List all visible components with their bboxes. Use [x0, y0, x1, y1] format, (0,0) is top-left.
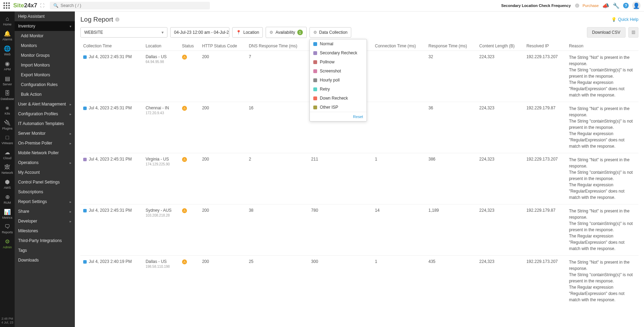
sidebar-third-party-integrations[interactable]: Third-Party Integrations [15, 236, 75, 246]
iconbar-rum[interactable]: ⊕RUM [0, 192, 15, 207]
dropdown-option-hourly-poll[interactable]: Hourly poll [310, 76, 367, 85]
svg-rect-3 [3, 5, 5, 6]
iconbar-server[interactable]: ▤Server [0, 73, 15, 88]
daterange-select[interactable]: 04-Jul-23 12:00 am - 04-Jul-23 02:48 pm [170, 27, 229, 38]
sidebar-configuration-rules[interactable]: Configuration Rules [15, 80, 75, 89]
dropdown-option-pollnow[interactable]: Pollnow [310, 57, 367, 67]
dropdown-option-other-isp[interactable]: Other ISP [310, 103, 367, 112]
col-content-length-b-[interactable]: Content Length (B) [477, 41, 524, 51]
vmware-icon: □ [6, 134, 9, 141]
caret-down-icon: ▾ [162, 30, 164, 35]
sidebar-control-panel-settings[interactable]: Control Panel Settings [15, 177, 75, 187]
title-info-icon[interactable]: i [115, 17, 119, 22]
search-input-wrap[interactable]: 🔍 [50, 2, 210, 9]
announcement-icon[interactable]: 📣 [602, 2, 609, 9]
location-filter[interactable]: 📍 Location [232, 27, 263, 38]
cell-status: ⚠ [179, 153, 199, 204]
cell-rip: 192.229.173.207 [524, 153, 566, 204]
cell-ssl: 780 [308, 204, 372, 256]
dropdown-reset-link[interactable]: Reset [353, 115, 363, 119]
sidebar-server-monitor[interactable]: Server Monitor▸ [15, 129, 75, 138]
iconbar-vmware[interactable]: □VMware [0, 132, 15, 147]
columns-icon[interactable]: ▥ [628, 27, 638, 38]
iconbar-k8s[interactable]: ⎈K8s [0, 103, 15, 117]
sidebar-on-premise-poller[interactable]: On-Premise Poller▸ [15, 138, 75, 148]
apps-grid-icon[interactable] [3, 2, 10, 9]
dropdown-option-screenshot[interactable]: Screenshot [310, 67, 367, 76]
col-connection-time-ms-[interactable]: Connection Time (ms) [372, 41, 426, 51]
sidebar-bulk-action[interactable]: Bulk Action [15, 89, 75, 99]
sidebar-my-account[interactable]: My Account [15, 168, 75, 177]
cell-location: Sydney - AUS103.208.218.28 [143, 204, 179, 256]
sidebar-user-alert-management[interactable]: User & Alert Management▸ [15, 99, 75, 109]
sidebar-configuration-profiles[interactable]: Configuration Profiles▸ [15, 109, 75, 119]
sidebar-monitors[interactable]: Monitors [15, 41, 75, 50]
col-reason[interactable]: Reason [566, 41, 638, 51]
iconbar-cloud[interactable]: ☁Cloud [0, 147, 15, 162]
wrench-icon[interactable]: 🔧 [613, 2, 620, 9]
info-icon[interactable]: i [575, 3, 579, 8]
sidebar-help-assistant[interactable]: Help Assistant [15, 11, 75, 21]
iconbar-time: 2:48 PM4 Jul, 23 [1, 317, 13, 325]
col-location[interactable]: Location [143, 41, 179, 51]
iconbar-admin[interactable]: ⚙Admin [0, 236, 15, 251]
sidebar-milestones[interactable]: Milestones [15, 226, 75, 236]
sidebar-it-automation-templates[interactable]: IT Automation Templates [15, 119, 75, 129]
color-swatch [313, 42, 317, 46]
search-input[interactable] [61, 3, 206, 8]
web-icon: 🌐 [4, 45, 11, 52]
sidebar-downloads[interactable]: Downloads [15, 255, 75, 265]
dropdown-option-secondary-recheck[interactable]: Secondary Recheck [310, 48, 367, 57]
sidebar-operations[interactable]: Operations▸ [15, 158, 75, 168]
col-collection-time[interactable]: Collection Time [80, 41, 143, 51]
dropdown-option-down-recheck[interactable]: Down Recheck [310, 94, 367, 103]
sidebar-inventory[interactable]: Inventory▾ [15, 21, 75, 31]
database-icon: 🗄 [5, 90, 10, 96]
sidebar-report-settings[interactable]: Report Settings▸ [15, 197, 75, 207]
sidebar-subscriptions[interactable]: Subscriptions [15, 187, 75, 197]
iconbar-network[interactable]: 🕸Network [0, 162, 15, 177]
iconbar-reports[interactable]: 🗨Reports [0, 221, 15, 236]
col-status[interactable]: Status [179, 41, 199, 51]
iconbar-alarms[interactable]: 🔔Alarms [0, 28, 15, 43]
cell-location: Chennai - IN172.20.9.43 [143, 102, 179, 153]
download-csv-button[interactable]: Download CSV [587, 27, 626, 38]
iconbar-database[interactable]: 🗄Database [0, 88, 15, 103]
sidebar-tags[interactable]: Tags [15, 246, 75, 255]
availability-filter[interactable]: ⚙ Availability 1 [266, 27, 306, 38]
iconbar-apm[interactable]: ◉APM [0, 58, 15, 73]
cell-rip: 192.229.179.87 [524, 204, 566, 256]
monitor-type-select[interactable]: WEBSITE▾ [80, 27, 167, 38]
cell-reason: The String "Not" is present in the respo… [566, 153, 638, 204]
network-icon: 🕸 [5, 164, 10, 170]
sidebar-mobile-network-poller[interactable]: Mobile Network Poller [15, 148, 75, 158]
datacollection-filter[interactable]: ⚙ Data Collection [309, 27, 351, 38]
dropdown-option-retry[interactable]: Retry [310, 85, 367, 94]
col-dns-response-time-ms-[interactable]: DNS Response Time (ms) [246, 41, 308, 51]
col-response-time-ms-[interactable]: Response Time (ms) [426, 41, 477, 51]
sidebar-developer[interactable]: Developer▸ [15, 216, 75, 226]
sidebar-export-monitors[interactable]: Export Monitors [15, 70, 75, 80]
color-swatch [313, 96, 317, 100]
iconbar-aws[interactable]: ⬢AWS [0, 177, 15, 192]
cell-reason: The String "Not" is present in the respo… [566, 102, 638, 153]
col-http-status-code[interactable]: HTTP Status Code [199, 41, 246, 51]
avatar[interactable]: 👤 [632, 1, 641, 10]
quick-help-link[interactable]: 💡 Quick Help [611, 17, 638, 22]
sidebar-add-monitor[interactable]: Add Monitor [15, 31, 75, 41]
dropdown-option-normal[interactable]: Normal [310, 39, 367, 48]
sidebar-monitor-groups[interactable]: Monitor Groups [15, 50, 75, 60]
purchase-link[interactable]: Purchase [583, 3, 599, 8]
col-resolved-ip[interactable]: Resolved IP [524, 41, 566, 51]
iconbar-home[interactable]: ⌂Home [0, 14, 15, 28]
iconbar-metrics[interactable]: 📊Metrics [0, 207, 15, 221]
sidebar-share[interactable]: Share▸ [15, 207, 75, 216]
help-icon[interactable]: ? [623, 3, 629, 8]
cell-ssl: 211 [308, 153, 372, 204]
warning-icon: ⚠ [182, 55, 187, 60]
expand-icon[interactable]: ⛶ [40, 3, 44, 8]
iconbar-plugins[interactable]: 🔌Plugins [0, 117, 15, 132]
sidebar-import-monitors[interactable]: Import Monitors [15, 60, 75, 70]
pin-icon: 📍 [236, 30, 241, 35]
iconbar-web[interactable]: 🌐Web [0, 43, 15, 58]
